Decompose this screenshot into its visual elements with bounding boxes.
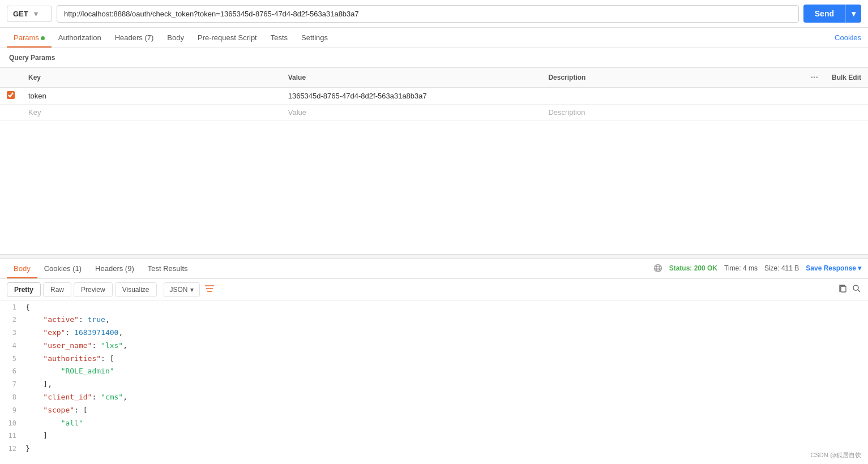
response-tabs: Body Cookies (1) Headers (9) Test Result… <box>0 259 868 279</box>
code-line-9: 9 "scope": [ <box>0 404 868 417</box>
query-params-title: Query Params <box>0 48 868 67</box>
panel-divider <box>0 254 868 259</box>
status-size: Size: 411 B <box>764 264 799 272</box>
table-row-empty: Key Value Description <box>0 105 868 121</box>
tab-authorization[interactable]: Authorization <box>52 28 108 48</box>
code-line-3: 3 "exp": 1683971400, <box>0 326 868 340</box>
send-arrow-icon[interactable]: ▾ <box>845 5 861 23</box>
save-response-chevron-icon: ▾ <box>858 264 861 272</box>
code-line-6: 6 "ROLE_admin" <box>0 365 868 378</box>
col-value-header: Value <box>281 68 542 88</box>
filter-button[interactable] <box>204 284 215 295</box>
status-time: Time: 4 ms <box>724 264 758 272</box>
copy-icon[interactable] <box>839 284 848 295</box>
save-response-button[interactable]: Save Response ▾ <box>806 264 861 272</box>
format-chevron-icon: ▾ <box>190 286 194 294</box>
search-icon[interactable] <box>852 284 861 295</box>
method-label: GET <box>13 10 28 18</box>
status-ok: Status: 200 OK <box>669 264 717 272</box>
format-select[interactable]: JSON ▾ <box>164 282 200 297</box>
param-key-input[interactable] <box>28 92 275 100</box>
code-line-7: 7 ], <box>0 378 868 391</box>
send-label: Send <box>803 5 845 23</box>
tab-params[interactable]: Params <box>7 28 52 48</box>
params-table: Key Value Description ··· Bulk Edit <box>0 67 868 121</box>
method-chevron-icon: ▾ <box>34 10 38 18</box>
desc-placeholder: Description <box>548 108 585 117</box>
request-section: Query Params Key Value Description ··· B… <box>0 48 868 254</box>
tab-prerequest[interactable]: Pre-request Script <box>191 28 264 48</box>
col-bulk-edit[interactable]: Bulk Edit <box>825 68 868 88</box>
preview-btn[interactable]: Preview <box>74 282 113 297</box>
tab-settings[interactable]: Settings <box>294 28 335 48</box>
cookies-link[interactable]: Cookies <box>835 28 861 48</box>
code-line-10: 10 "all" <box>0 417 868 430</box>
tab-resp-headers[interactable]: Headers (9) <box>88 259 141 278</box>
pretty-btn[interactable]: Pretty <box>7 282 41 297</box>
param-value-input[interactable] <box>288 92 535 100</box>
visualize-btn[interactable]: Visualize <box>115 282 157 297</box>
param-desc-input[interactable] <box>548 92 797 100</box>
send-button[interactable]: Send ▾ <box>803 5 861 23</box>
code-line-2: 2 "active": true, <box>0 313 868 326</box>
code-line-11: 11 ] <box>0 429 868 442</box>
raw-btn[interactable]: Raw <box>43 282 71 297</box>
col-check <box>0 68 22 88</box>
response-panel: Body Cookies (1) Headers (9) Test Result… <box>0 259 868 465</box>
filter-icon <box>204 284 215 293</box>
tab-resp-body[interactable]: Body <box>7 259 37 278</box>
tab-headers[interactable]: Headers (7) <box>108 28 161 48</box>
table-row <box>0 88 868 105</box>
url-input[interactable] <box>57 5 799 23</box>
status-area: Status: 200 OK Time: 4 ms Size: 411 B Sa… <box>653 264 861 273</box>
code-area[interactable]: 1 { 2 "active": true, 3 "exp": 168397140… <box>0 301 868 459</box>
code-line-12: 12 } <box>0 442 868 456</box>
svg-rect-8 <box>841 286 846 292</box>
resp-icons <box>839 284 861 295</box>
watermark: CSDN @狐居自饮 <box>811 451 861 459</box>
params-dot <box>41 36 45 40</box>
col-key-header: Key <box>22 68 281 88</box>
method-selector[interactable]: GET ▾ <box>7 6 52 22</box>
code-line-5: 5 "authorities": [ <box>0 353 868 366</box>
svg-line-10 <box>858 290 860 292</box>
value-placeholder: Value <box>288 108 306 117</box>
svg-point-9 <box>853 285 858 290</box>
tab-resp-cookies[interactable]: Cookies (1) <box>37 259 88 278</box>
tab-body[interactable]: Body <box>160 28 191 48</box>
tab-tests[interactable]: Tests <box>264 28 294 48</box>
more-options-icon[interactable]: ··· <box>811 72 818 82</box>
row-checkbox[interactable] <box>7 91 15 99</box>
code-line-8: 8 "client_id": "cms", <box>0 391 868 404</box>
globe-icon <box>653 264 662 273</box>
key-placeholder: Key <box>28 108 41 117</box>
code-line-1: 1 { <box>0 301 868 314</box>
tab-resp-test-results[interactable]: Test Results <box>141 259 195 278</box>
request-tabs: Params Authorization Headers (7) Body Pr… <box>0 28 868 48</box>
response-toolbar: Pretty Raw Preview Visualize JSON ▾ <box>0 279 868 301</box>
code-line-4: 4 "user_name": "lxs", <box>0 340 868 353</box>
col-desc-header: Description <box>541 68 803 88</box>
col-dots: ··· <box>804 68 825 88</box>
